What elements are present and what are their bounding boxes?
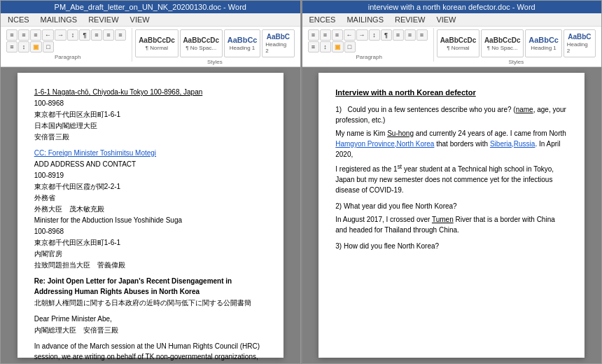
indent-increase-btn-r[interactable]: → — [356, 29, 368, 41]
ribbon-area-left: ≡ ≡ ≡ ← → ↕ ¶ ≡ ≡ ≡ ≡ ↕ ▣ □ — [4, 28, 298, 66]
align-right-btn-r[interactable]: ≡ — [416, 29, 428, 41]
word-window-left: PM_Abe_draft_letter_on_UN_NK_20200130.do… — [0, 0, 301, 364]
style-normal-left[interactable]: AaBbCcDc ¶ Normal — [135, 29, 178, 57]
doc-body-right: Interview with a north Korean defector 1… — [302, 67, 602, 363]
list-bullet-btn-r[interactable]: ≡ — [308, 29, 319, 41]
border-btn-r[interactable]: □ — [344, 41, 356, 52]
pilcrow-btn-r[interactable]: ¶ — [381, 29, 392, 41]
cc-line-5: 外務大臣 茂木敏充殿 — [34, 205, 104, 213]
paragraph-label-left: Paragraph — [6, 54, 129, 60]
main-container: PM_Abe_draft_letter_on_UN_NK_20200130.do… — [0, 0, 602, 364]
ribbon-left: ≡ ≡ ≡ ← → ↕ ¶ ≡ ≡ ≡ ≡ ↕ ▣ □ — [1, 27, 300, 67]
paragraph-group-left: ≡ ≡ ≡ ← → ↕ ¶ ≡ ≡ ≡ ≡ ↕ ▣ □ — [4, 28, 132, 62]
a1-text: My name is Kim Su-hong and currently 24 … — [335, 128, 568, 160]
q2-text: 2) What year did you flee North Korea? — [335, 201, 568, 211]
doc-body-left: 1-6-1 Nagata-chō, Chiyoda-ku Tokyo 100-8… — [1, 67, 300, 363]
sort-btn-r[interactable]: ↕ — [369, 29, 380, 41]
cc-line-1: ADD ADDRESS AND CONTACT — [34, 160, 136, 168]
title-bar-left: PM_Abe_draft_letter_on_UN_NK_20200130.do… — [1, 1, 300, 13]
style-heading1-right[interactable]: AaBbCc Heading 1 — [525, 29, 561, 57]
menu-review-left[interactable]: REVIEW — [87, 15, 120, 24]
justify-btn[interactable]: ≡ — [6, 41, 18, 52]
menu-mailings-right[interactable]: MAILINGS — [345, 15, 385, 24]
indent-decrease-btn[interactable]: ← — [42, 29, 54, 41]
address-line-2: 100-8968 — [34, 99, 64, 107]
title-bar-right: interview with a north korean defector.d… — [302, 1, 602, 13]
paragraph-buttons-right: ≡ ≡ ≡ ← → ↕ ¶ ≡ ≡ ≡ ≡ ↕ ▣ □ — [308, 29, 430, 52]
cc-block: CC: Foreign Minister Toshimitsu Motegi A… — [34, 148, 267, 270]
cc-line-9: 内閣官房 — [34, 250, 62, 258]
dear-line: Dear Prime Minister Abe, — [34, 314, 267, 324]
menu-mailings-left[interactable]: MAILINGS — [39, 15, 79, 24]
style-heading1-left[interactable]: AaBbCc Heading 1 — [224, 29, 260, 57]
address-line-4: 日本国内閣総理大臣 — [34, 122, 97, 130]
sort-btn[interactable]: ↕ — [67, 29, 78, 41]
list-bullet-btn[interactable]: ≡ — [6, 29, 18, 41]
styles-group-left: AaBbCcDc ¶ Normal AaBbCcDc ¶ No Spac... … — [132, 28, 297, 66]
cc-line-10: 拉致問題担当大臣 菅義偉殿 — [34, 261, 125, 269]
style-no-spacing-left[interactable]: AaBbCcDc ¶ No Spac... — [180, 29, 223, 57]
align-right-btn[interactable]: ≡ — [115, 29, 126, 41]
pilcrow-btn[interactable]: ¶ — [79, 29, 90, 41]
align-center-btn[interactable]: ≡ — [103, 29, 114, 41]
align-center-btn-r[interactable]: ≡ — [405, 29, 416, 41]
list-number-btn-r[interactable]: ≡ — [320, 29, 331, 41]
address-line-1: 1-6-1 Nagata-chō, Chiyoda-ku Tokyo 100-8… — [34, 88, 203, 96]
style-normal-right[interactable]: AaBbCcDc ¶ Normal — [437, 29, 479, 57]
word-window-right: interview with a north korean defector.d… — [301, 0, 603, 364]
a1-para: My name is Kim Su-hong and currently 24 … — [335, 128, 568, 195]
list-multilevel-btn-r[interactable]: ≡ — [332, 29, 343, 41]
menu-ences-right[interactable]: ENCES — [308, 15, 337, 24]
body-text: In advance of the March session at the U… — [34, 341, 267, 363]
doc-page-left: 1-6-1 Nagata-chō, Chiyoda-ku Tokyo 100-8… — [18, 73, 284, 358]
menu-review-right[interactable]: REVIEW — [393, 15, 426, 24]
q3-text: 3) How did you flee North Korea? — [335, 241, 568, 251]
q2-para: 2) What year did you flee North Korea? — [335, 201, 568, 211]
menu-nces-left[interactable]: NCES — [6, 15, 31, 24]
indent-increase-btn[interactable]: → — [55, 29, 66, 41]
border-btn[interactable]: □ — [43, 41, 54, 52]
line-spacing-btn-r[interactable]: ↕ — [320, 41, 331, 52]
justify-btn-r[interactable]: ≡ — [308, 41, 319, 52]
shading-btn-r[interactable]: ▣ — [332, 41, 344, 52]
ribbon-area-right: ≡ ≡ ≡ ← → ↕ ¶ ≡ ≡ ≡ ≡ ↕ ▣ □ — [305, 28, 599, 66]
a2-text: In August 2017, I crossed over Tumen Riv… — [335, 214, 568, 235]
align-left-btn-r[interactable]: ≡ — [393, 29, 404, 41]
line-spacing-btn[interactable]: ↕ — [18, 41, 29, 52]
cc-line-4: 外務省 — [34, 194, 55, 202]
main-heading-para: Interview with a north Korean defector — [335, 87, 568, 99]
menu-bar-right: ENCES MAILINGS REVIEW VIEW — [302, 13, 602, 27]
cc-line-0: CC: Foreign Minister Toshimitsu Motegi — [34, 149, 156, 157]
dear-japanese: 内閣総理大臣 安倍晋三殿 — [34, 325, 267, 335]
paragraph-buttons-left: ≡ ≡ ≡ ← → ↕ ¶ ≡ ≡ ≡ ≡ ↕ ▣ □ — [6, 29, 129, 52]
address-line-5: 安倍晋三殿 — [34, 133, 69, 141]
cc-line-8: 東京都千代田区永田町1-6-1 — [34, 239, 120, 246]
body-paragraph: In advance of the March session at the U… — [34, 341, 267, 363]
styles-label-right: Styles — [437, 59, 596, 65]
q3-para: 3) How did you flee North Korea? — [335, 241, 568, 251]
re-paragraph: Re: Joint Open Letter for Japan's Recent… — [34, 276, 267, 308]
style-no-spacing-right[interactable]: AaBbCcDc ¶ No Spac... — [481, 29, 524, 57]
q1-para: 1) Could you in a few sentences describe… — [335, 104, 568, 125]
cc-line-2: 100-8919 — [34, 172, 64, 179]
align-left-btn[interactable]: ≡ — [91, 29, 102, 41]
ribbon-right: ≡ ≡ ≡ ← → ↕ ¶ ≡ ≡ ≡ ≡ ↕ ▣ □ — [302, 27, 602, 67]
re-japanese: 北朝鮮人権問題に関する日本政府の近時の関与低下に関する公開書簡 — [34, 298, 267, 308]
menu-view-left[interactable]: VIEW — [129, 15, 151, 24]
style-heading2-left[interactable]: AaBbC Heading 2 — [262, 29, 294, 57]
paragraph-label-right: Paragraph — [308, 54, 430, 60]
styles-label-left: Styles — [135, 59, 294, 65]
dear-paragraph: Dear Prime Minister Abe, 内閣総理大臣 安倍晋三殿 — [34, 314, 267, 335]
style-heading2-right[interactable]: AaBbC Heading 2 — [564, 29, 596, 57]
list-number-btn[interactable]: ≡ — [18, 29, 29, 41]
address-line-3: 東京都千代田区永田町1-6-1 — [34, 111, 120, 118]
title-text-right: interview with a north korean defector.d… — [368, 3, 536, 11]
indent-decrease-btn-r[interactable]: ← — [344, 29, 356, 41]
styles-row-left: AaBbCcDc ¶ Normal AaBbCcDc ¶ No Spac... … — [135, 29, 294, 57]
list-multilevel-btn[interactable]: ≡ — [30, 29, 41, 41]
shading-btn[interactable]: ▣ — [30, 41, 42, 52]
styles-group-right: AaBbCcDc ¶ Normal AaBbCcDc ¶ No Spac... … — [434, 28, 598, 66]
doc-page-right: Interview with a north Korean defector 1… — [318, 73, 584, 358]
menu-view-right[interactable]: VIEW — [435, 15, 457, 24]
cc-line-3: 東京都千代田区霞が関2-2-1 — [34, 183, 120, 190]
